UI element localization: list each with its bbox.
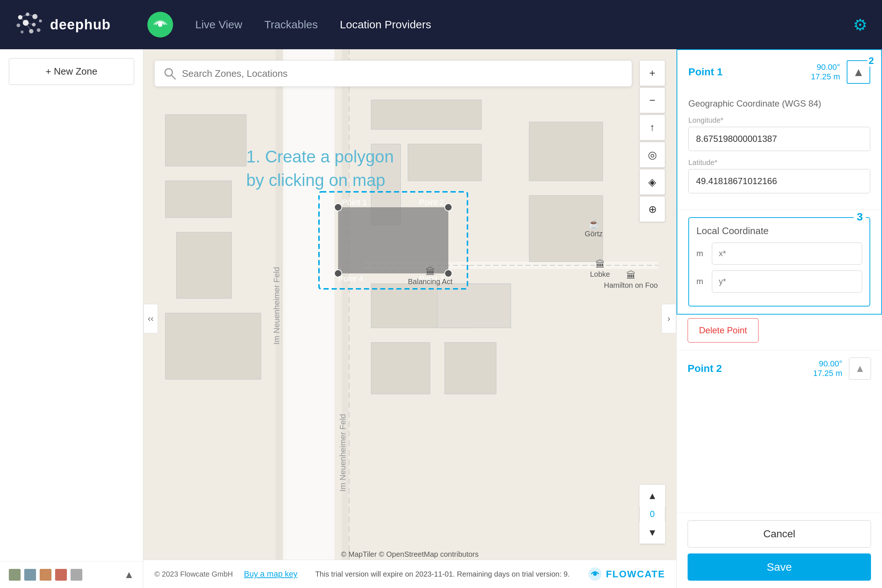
latitude-label: Latitude* [688,158,870,167]
nav-trackables[interactable]: Trackables [264,18,318,31]
point1-active-section: Point 1 90.00° 17.25 m ▲ 2 Geogr [676,49,882,315]
svg-rect-24 [283,49,334,588]
x-unit: m [696,249,707,258]
svg-text:Point 2: Point 2 [419,198,444,207]
svg-text:Im Neuenheimer Feld: Im Neuenheimer Feld [272,267,281,345]
main-layout: + New Zone ▲ [0,49,882,588]
x-input[interactable] [712,243,862,265]
point1-active-box[interactable]: ▲ 2 [847,60,870,84]
point2-coords-area: 90.00° 17.25 m ▲ [813,358,872,380]
right-panel: Point 1 90.00° 17.25 m ▲ 2 Geogr [676,49,882,588]
svg-rect-27 [408,144,482,181]
svg-marker-41 [338,207,448,273]
svg-point-52 [593,572,597,576]
save-button[interactable]: Save [688,554,871,580]
map-right-arrow-button[interactable]: › [662,304,676,333]
svg-rect-32 [445,342,496,394]
settings-icon[interactable]: ⚙ [853,15,867,34]
y-input[interactable] [712,270,862,292]
logo-icon [15,10,44,39]
flowcate-icon [588,567,602,581]
y-unit: m [696,277,707,286]
copyright-text: © 2023 Flowcate GmbH [154,570,233,579]
point1-title: Point 1 [688,66,723,78]
trial-notice: This trial version will expire on 2023-1… [308,570,576,579]
map-left-arrow-button[interactable]: ‹‹ [143,304,158,333]
point2-title: Point 2 [688,363,722,375]
local-coord-section: Local Coordinate 3 m m [688,217,870,306]
zoom-down-button[interactable]: ▼ [639,522,665,543]
svg-rect-31 [371,342,430,394]
compass-button[interactable]: ↑ [639,115,665,140]
cancel-button[interactable]: Cancel [688,520,871,548]
svg-point-9 [37,28,40,32]
logo-text: deephub [50,17,111,33]
map-footer-bar: © 2023 Flowcate GmbH Buy a map key This … [143,560,676,588]
color-swatch-orange[interactable] [40,569,51,580]
map-search-bar [154,60,632,87]
radio-wave-icon [152,16,168,33]
search-input[interactable] [182,68,623,80]
svg-rect-34 [529,122,603,181]
svg-point-3 [16,24,20,27]
svg-point-42 [334,204,342,211]
nav-location-providers[interactable]: Location Providers [340,18,431,31]
longitude-label: Longitude* [688,116,870,124]
svg-text:Point 4: Point 4 [338,274,363,284]
nav-radio-icon [147,12,173,38]
nav-live-view[interactable]: Live View [195,18,242,31]
color-swatch-gray[interactable] [70,569,82,580]
svg-rect-18 [342,49,348,588]
panel-footer: Cancel Save [676,513,882,588]
point2-header: Point 2 90.00° 17.25 m ▲ [688,358,871,380]
color-swatch-green[interactable] [9,569,21,580]
layers-button[interactable]: ◈ [639,169,665,195]
new-zone-button[interactable]: + New Zone [9,58,134,85]
header: deephub Live View Trackables Location Pr… [0,0,882,49]
search-icon [164,67,176,80]
latitude-input[interactable] [688,169,870,193]
x-coord-row: m [696,243,862,265]
panel-scrollable: Point 1 90.00° 17.25 m ▲ 2 Geogr [676,49,882,513]
y-coord-row: m [696,270,862,292]
zoom-number: 0 [650,507,654,522]
longitude-input[interactable] [688,127,870,151]
svg-text:P: P [317,198,322,207]
point2-section: Point 2 90.00° 17.25 m ▲ [676,350,882,387]
geo-coord-title: Geographic Coordinate (WGS 84) [688,99,870,109]
zoom-out-button[interactable]: − [639,87,665,113]
point2-icon-box[interactable]: ▲ [849,358,871,380]
point2-coords: 90.00° 17.25 m [813,359,843,378]
svg-point-6 [39,20,42,22]
local-coord-title: Local Coordinate [696,225,862,237]
sidebar-collapse-button[interactable]: ▲ [124,569,134,580]
zoom-up-button[interactable]: ▲ [639,485,665,507]
point1-header: Point 1 90.00° 17.25 m ▲ 2 [677,50,881,90]
svg-rect-23 [165,313,261,379]
point1-active-number: 2 [867,55,875,66]
point2-icon: ▲ [855,363,865,375]
svg-rect-25 [371,100,482,129]
svg-text:Im Neuenheimer Feld: Im Neuenheimer Feld [338,414,347,492]
logo-area: deephub [15,10,111,39]
map-zoom-controls: ▲ 0 ▼ [639,484,665,544]
svg-point-43 [445,204,452,211]
poi-hamilton: 🏛 Hamilton on Foo [604,270,658,290]
delete-point-button[interactable]: Delete Point [688,318,759,342]
sidebar-color-bar: ▲ [0,561,143,588]
map-area: Im Neuenheimer Feld Im Neuenheimer Feld … [143,49,676,588]
zoom-in-button[interactable]: + [639,60,665,86]
color-swatch-red[interactable] [55,569,67,580]
buy-map-key-link[interactable]: Buy a map key [244,569,298,579]
longitude-field: Longitude* [688,116,870,151]
latitude-field: Latitude* [688,158,870,193]
point1-coords-area: 90.00° 17.25 m ▲ 2 [811,60,871,84]
svg-rect-20 [165,115,246,166]
location-button[interactable]: ⊕ [639,196,665,222]
svg-text:Point 1: Point 1 [342,198,367,207]
svg-line-39 [172,75,175,79]
local-coord-number: 3 [854,211,866,223]
color-swatch-blue[interactable] [24,569,36,580]
target-button[interactable]: ◎ [639,142,665,168]
nav-links: Live View Trackables Location Providers [195,18,431,31]
